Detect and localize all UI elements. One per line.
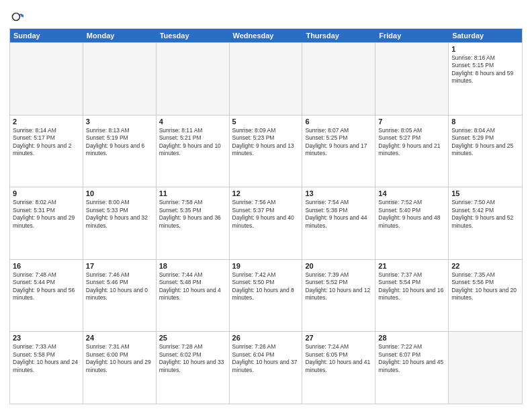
day-number: 26	[232, 334, 300, 342]
day-info: Sunrise: 7:22 AM Sunset: 6:07 PM Dayligh…	[378, 343, 445, 374]
header-day-tuesday: Tuesday	[157, 29, 230, 42]
calendar-header: SundayMondayTuesdayWednesdayThursdayFrid…	[10, 29, 522, 42]
header-day-wednesday: Wednesday	[230, 29, 303, 42]
cal-cell: 23Sunrise: 7:33 AM Sunset: 5:58 PM Dayli…	[10, 332, 83, 404]
day-info: Sunrise: 8:14 AM Sunset: 5:17 PM Dayligh…	[13, 127, 80, 158]
day-number: 13	[305, 189, 372, 197]
header-day-monday: Monday	[83, 29, 157, 42]
day-info: Sunrise: 8:04 AM Sunset: 5:29 PM Dayligh…	[451, 127, 519, 158]
day-info: Sunrise: 7:52 AM Sunset: 5:40 PM Dayligh…	[378, 199, 445, 230]
day-info: Sunrise: 7:31 AM Sunset: 6:00 PM Dayligh…	[86, 343, 153, 374]
day-info: Sunrise: 7:48 AM Sunset: 5:44 PM Dayligh…	[13, 271, 80, 302]
day-info: Sunrise: 7:39 AM Sunset: 5:52 PM Dayligh…	[305, 271, 372, 302]
cal-cell: 6Sunrise: 8:07 AM Sunset: 5:25 PM Daylig…	[302, 116, 375, 187]
cal-cell: 21Sunrise: 7:37 AM Sunset: 5:54 PM Dayli…	[375, 260, 449, 332]
day-info: Sunrise: 7:33 AM Sunset: 5:58 PM Dayligh…	[13, 343, 80, 374]
day-info: Sunrise: 7:42 AM Sunset: 5:50 PM Dayligh…	[232, 271, 300, 302]
cal-cell: 16Sunrise: 7:48 AM Sunset: 5:44 PM Dayli…	[10, 260, 83, 332]
day-info: Sunrise: 7:37 AM Sunset: 5:54 PM Dayligh…	[378, 271, 445, 302]
day-info: Sunrise: 7:46 AM Sunset: 5:46 PM Dayligh…	[86, 271, 153, 302]
cal-cell	[157, 43, 230, 115]
cal-cell: 26Sunrise: 7:26 AM Sunset: 6:04 PM Dayli…	[230, 332, 303, 404]
cal-cell	[449, 332, 522, 404]
day-info: Sunrise: 7:56 AM Sunset: 5:37 PM Dayligh…	[232, 199, 300, 230]
cal-cell: 12Sunrise: 7:56 AM Sunset: 5:37 PM Dayli…	[230, 187, 303, 259]
day-number: 10	[86, 189, 153, 197]
cal-cell: 7Sunrise: 8:05 AM Sunset: 5:27 PM Daylig…	[375, 116, 449, 187]
day-info: Sunrise: 7:58 AM Sunset: 5:35 PM Dayligh…	[159, 199, 226, 230]
day-number: 18	[159, 262, 226, 270]
day-number: 28	[378, 334, 445, 342]
day-number: 11	[159, 189, 226, 197]
cal-cell: 10Sunrise: 8:00 AM Sunset: 5:33 PM Dayli…	[83, 187, 157, 259]
cal-cell: 18Sunrise: 7:44 AM Sunset: 5:48 PM Dayli…	[157, 260, 230, 332]
day-number: 5	[232, 118, 300, 126]
day-number: 23	[13, 334, 80, 342]
cal-cell: 8Sunrise: 8:04 AM Sunset: 5:29 PM Daylig…	[449, 116, 522, 187]
cal-cell: 19Sunrise: 7:42 AM Sunset: 5:50 PM Dayli…	[230, 260, 303, 332]
day-number: 20	[305, 262, 372, 270]
day-info: Sunrise: 7:50 AM Sunset: 5:42 PM Dayligh…	[451, 199, 519, 230]
header-day-saturday: Saturday	[449, 29, 522, 42]
cal-cell: 22Sunrise: 7:35 AM Sunset: 5:56 PM Dayli…	[449, 260, 522, 332]
day-number: 9	[13, 189, 80, 197]
day-number: 24	[86, 334, 153, 342]
cal-cell	[302, 43, 375, 115]
cal-cell: 9Sunrise: 8:02 AM Sunset: 5:31 PM Daylig…	[10, 187, 83, 259]
header-day-sunday: Sunday	[10, 29, 83, 42]
day-number: 19	[232, 262, 300, 270]
calendar-body: 1Sunrise: 8:16 AM Sunset: 5:15 PM Daylig…	[10, 42, 522, 404]
day-info: Sunrise: 8:16 AM Sunset: 5:15 PM Dayligh…	[451, 54, 519, 85]
cal-cell: 14Sunrise: 7:52 AM Sunset: 5:40 PM Dayli…	[375, 187, 449, 259]
day-number: 6	[305, 118, 372, 126]
day-number: 7	[378, 118, 445, 126]
day-info: Sunrise: 8:07 AM Sunset: 5:25 PM Dayligh…	[305, 127, 372, 158]
day-number: 21	[378, 262, 445, 270]
day-info: Sunrise: 7:35 AM Sunset: 5:56 PM Dayligh…	[451, 271, 519, 302]
day-info: Sunrise: 8:02 AM Sunset: 5:31 PM Dayligh…	[13, 199, 80, 230]
cal-cell: 20Sunrise: 7:39 AM Sunset: 5:52 PM Dayli…	[302, 260, 375, 332]
cal-cell: 27Sunrise: 7:24 AM Sunset: 6:05 PM Dayli…	[302, 332, 375, 404]
day-info: Sunrise: 7:24 AM Sunset: 6:05 PM Dayligh…	[305, 343, 372, 374]
cal-cell: 1Sunrise: 8:16 AM Sunset: 5:15 PM Daylig…	[449, 43, 522, 115]
week-row-3: 16Sunrise: 7:48 AM Sunset: 5:44 PM Dayli…	[10, 259, 522, 332]
cal-cell: 25Sunrise: 7:28 AM Sunset: 6:02 PM Dayli…	[157, 332, 230, 404]
day-info: Sunrise: 8:05 AM Sunset: 5:27 PM Dayligh…	[378, 127, 445, 158]
cal-cell: 3Sunrise: 8:13 AM Sunset: 5:19 PM Daylig…	[83, 116, 157, 187]
cal-cell: 15Sunrise: 7:50 AM Sunset: 5:42 PM Dayli…	[449, 187, 522, 259]
cal-cell	[10, 43, 83, 115]
svg-point-0	[12, 13, 19, 21]
header-day-thursday: Thursday	[302, 29, 375, 42]
week-row-2: 9Sunrise: 8:02 AM Sunset: 5:31 PM Daylig…	[10, 187, 522, 259]
week-row-1: 2Sunrise: 8:14 AM Sunset: 5:17 PM Daylig…	[10, 115, 522, 187]
cal-cell: 24Sunrise: 7:31 AM Sunset: 6:00 PM Dayli…	[83, 332, 157, 404]
day-number: 22	[451, 262, 519, 270]
cal-cell: 5Sunrise: 8:09 AM Sunset: 5:23 PM Daylig…	[230, 116, 303, 187]
cal-cell	[375, 43, 449, 115]
day-number: 27	[305, 334, 372, 342]
header-day-friday: Friday	[375, 29, 449, 42]
day-info: Sunrise: 8:09 AM Sunset: 5:23 PM Dayligh…	[232, 127, 300, 158]
day-number: 15	[451, 189, 519, 197]
day-info: Sunrise: 8:11 AM Sunset: 5:21 PM Dayligh…	[159, 127, 226, 158]
day-info: Sunrise: 7:28 AM Sunset: 6:02 PM Dayligh…	[159, 343, 226, 374]
day-number: 16	[13, 262, 80, 270]
day-number: 25	[159, 334, 226, 342]
week-row-0: 1Sunrise: 8:16 AM Sunset: 5:15 PM Daylig…	[10, 42, 522, 115]
day-number: 12	[232, 189, 300, 197]
day-info: Sunrise: 8:00 AM Sunset: 5:33 PM Dayligh…	[86, 199, 153, 230]
day-number: 17	[86, 262, 153, 270]
day-info: Sunrise: 8:13 AM Sunset: 5:19 PM Dayligh…	[86, 127, 153, 158]
cal-cell: 2Sunrise: 8:14 AM Sunset: 5:17 PM Daylig…	[10, 116, 83, 187]
day-info: Sunrise: 7:54 AM Sunset: 5:38 PM Dayligh…	[305, 199, 372, 230]
day-number: 2	[13, 118, 80, 126]
day-number: 14	[378, 189, 445, 197]
cal-cell: 17Sunrise: 7:46 AM Sunset: 5:46 PM Dayli…	[83, 260, 157, 332]
calendar: SundayMondayTuesdayWednesdayThursdayFrid…	[9, 28, 523, 404]
day-number: 3	[86, 118, 153, 126]
cal-cell	[230, 43, 303, 115]
cal-cell: 4Sunrise: 8:11 AM Sunset: 5:21 PM Daylig…	[157, 116, 230, 187]
day-info: Sunrise: 7:44 AM Sunset: 5:48 PM Dayligh…	[159, 271, 226, 302]
week-row-4: 23Sunrise: 7:33 AM Sunset: 5:58 PM Dayli…	[10, 331, 522, 404]
cal-cell	[83, 43, 157, 115]
